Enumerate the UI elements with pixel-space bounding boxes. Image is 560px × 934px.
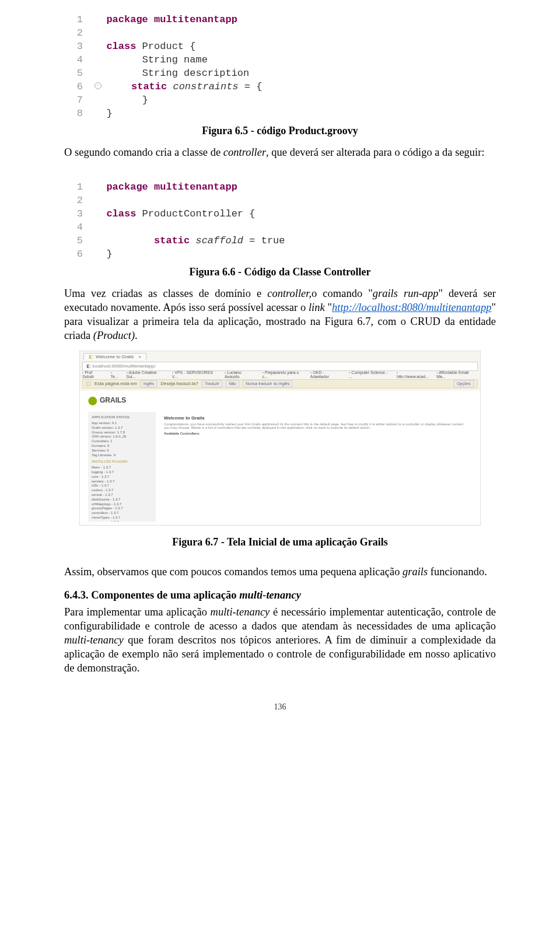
sidebar-plugin-item: filters - 1.3.7 [92, 466, 152, 470]
browser-tab[interactable]: ◧ Welcome to Grails × [83, 353, 146, 360]
main-content: Welcome to Grails Congratulations, you h… [160, 412, 472, 441]
translate-icon: ⬚ [86, 380, 91, 388]
sidebar-status-item: Controllers: 1 [92, 439, 152, 444]
section-heading-643: 6.4.3. Componentes de uma aplicação mult… [64, 589, 496, 601]
sidebar-plugin-item: converters - 1.3.7 [92, 520, 152, 522]
bookmark-item[interactable]: ▫ OKD - Adaptador [310, 371, 343, 378]
page-body: ⬤ GRAILS APPLICATION STATUS App version:… [80, 391, 480, 525]
sidebar-plugin-item: servlets - 1.3.7 [92, 480, 152, 484]
sidebar-heading-status: APPLICATION STATUS [92, 415, 152, 420]
paragraph-3: Assim, observamos que com poucos comando… [64, 565, 496, 579]
sidebar-plugin-item: controllers - 1.3.7 [92, 511, 152, 516]
bookmark-item[interactable]: ▫ VPS - SERVIDORES V... [172, 371, 219, 378]
welcome-text: Congratulations, you have successfully s… [164, 422, 468, 429]
sidebar-heading-plugins: INSTALLED PLUGINS [92, 460, 152, 464]
grails-browser-screenshot: ◧ Welcome to Grails × ◧ localhost:8080/m… [79, 351, 481, 526]
address-text: localhost:8080/multitenantapp/ [92, 363, 156, 369]
sidebar-plugin-item: codecs - 1.3.7 [92, 488, 152, 493]
sidebar-plugin-item: tomcat - 1.3.7 [92, 493, 152, 498]
no-button[interactable]: Não [226, 380, 239, 387]
bookmark-item[interactable]: ▫ Prof Substr [82, 371, 104, 378]
paragraph-4: Para implementar uma aplicação multi-ten… [64, 605, 496, 675]
translate-button[interactable]: Traduzir [202, 380, 222, 387]
available-controllers-label: Available Controllers: [164, 432, 468, 435]
figure-caption-67: Figura 6.7 - Tela Inicial de uma aplicaç… [64, 536, 496, 548]
address-bar[interactable]: ◧ localhost:8080/multitenantapp/ [82, 362, 478, 371]
welcome-heading: Welcome to Grails [164, 415, 468, 421]
figure-caption-66: Figura 6.6 - Código da Classe Controller [64, 266, 496, 278]
page-icon: ◧ [89, 354, 93, 359]
sidebar-status-item: App version: 0.1 [92, 421, 152, 426]
sidebar-plugin-item: i18n - 1.3.7 [92, 484, 152, 488]
sidebar-status-item: JVM version: 1.6.0_26 [92, 435, 152, 439]
figure-caption-65: Figura 6.5 - código Product.groovy [64, 125, 496, 137]
bookmark-item[interactable]: ▫ http://www.acad... [397, 371, 430, 378]
tab-title: Welcome to Grails [96, 354, 134, 359]
sidebar-status-item: Groovy version: 1.7.8 [92, 431, 152, 435]
code-line: package multitenantapp [106, 14, 237, 25]
sidebar-plugin-item: logging - 1.3.7 [92, 470, 152, 475]
multitenant-url-link[interactable]: http://localhost:8080/multitenantapp [332, 302, 491, 313]
bookmark-item[interactable]: ▫ Affordable Email Ma... [436, 371, 478, 378]
bookmarks-bar: ▫ Prof Substr▫ Te...▫ Adobe Creative Sui… [82, 371, 478, 378]
paragraph-2: Uma vez criadas as classes de domínio e … [64, 286, 496, 342]
never-translate-button[interactable]: Nunca traduzir do inglês [243, 380, 293, 387]
page-icon: ◧ [86, 363, 91, 369]
lang-dropdown[interactable]: inglês [141, 380, 157, 387]
translate-bar: ⬚ Esta página está em inglês Deseja trad… [82, 379, 478, 389]
sidebar-plugin-item: dataSource - 1.3.7 [92, 498, 152, 502]
options-button[interactable]: Opções [454, 380, 474, 387]
grails-icon: ⬤ [88, 396, 97, 405]
page-number: 136 [64, 702, 496, 712]
code-block-product: 1 package multitenantapp 2 3 class Produ… [64, 0, 496, 120]
bookmark-item[interactable]: ▫ Preparando para o c... [262, 371, 304, 378]
bookmark-item[interactable]: ▫ Te... [110, 371, 120, 378]
sidebar-status-item: Domains: 0 [92, 444, 152, 449]
paragraph-1: O segundo comando cria a classe de contr… [64, 145, 496, 159]
bookmark-item[interactable]: ▫ Luciano Augusto [225, 371, 257, 378]
sidebar-plugin-item: urlMappings - 1.3.7 [92, 502, 152, 507]
sidebar-status-item: Services: 0 [92, 449, 152, 453]
app-status-sidebar: APPLICATION STATUS App version: 0.1Grail… [88, 412, 156, 522]
grails-logo: ⬤ GRAILS [88, 396, 126, 405]
sidebar-status-item: Tag Libraries: 9 [92, 453, 152, 458]
bookmark-item[interactable]: ▫ Adobe Creative Sui... [126, 371, 166, 378]
close-tab-icon[interactable]: × [138, 354, 141, 359]
bookmark-item[interactable]: ▫ Computer Science - ... [349, 371, 391, 378]
code-block-controller: 1 package multitenantapp 2 3 class Produ… [64, 167, 496, 261]
sidebar-plugin-item: core - 1.3.7 [92, 475, 152, 480]
sidebar-status-item: Grails version: 1.3.7 [92, 426, 152, 431]
sidebar-plugin-item: mimeTypes - 1.3.7 [92, 516, 152, 520]
sidebar-plugin-item: groovyPages - 1.3.7 [92, 506, 152, 511]
